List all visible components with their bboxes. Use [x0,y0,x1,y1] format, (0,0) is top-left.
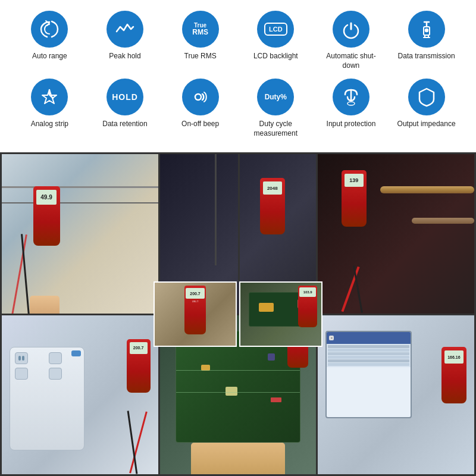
photos-grid: 49.9 2048 [0,152,476,476]
peak-hold-icon [107,11,143,48]
photo-4: 200.7 [2,315,158,474]
feature-auto-range: Auto range [17,11,82,61]
feature-lcd-backlight: LCD LCD backlight [243,11,308,61]
output-impedance-label: Output impedance [397,120,456,129]
lcd-backlight-label: LCD backlight [253,52,298,61]
overlay-photo-left: 200.7 UNI-T [154,281,237,347]
output-impedance-icon [408,79,445,115]
svg-point-4 [347,102,355,105]
feature-data-retention: HOLD Data retention [92,79,158,129]
duty-cycle-icon: Duty% [257,79,294,115]
photo-6: × 166.16 [318,315,474,474]
feature-data-transmission: Data transmission [394,11,459,61]
features-row-2: Analog strip HOLD Data retention On-off … [12,79,464,138]
feature-on-off-beep: On-off beep [168,79,233,129]
data-transmission-icon [408,11,445,48]
main-container: Auto range Peak hold True RMS True RM [0,0,476,476]
analog-strip-icon [31,79,68,115]
overlay-photo-right: 103.9 [239,281,322,347]
analog-strip-label: Analog strip [31,120,68,129]
feature-true-rms: True RMS True RMS [168,11,233,61]
feature-auto-shutdown: Automatic shut-down [318,11,384,70]
auto-range-label: Auto range [32,52,67,61]
feature-input-protection: Input protection [318,79,384,129]
auto-shutdown-label: Automatic shut-down [318,52,384,70]
photo-1: 49.9 [2,154,158,313]
input-protection-icon [333,79,369,115]
feature-analog-strip: Analog strip [17,79,82,129]
auto-shutdown-icon [333,11,369,48]
true-rms-icon: True RMS [182,11,219,48]
svg-point-3 [195,94,201,100]
overlay-photos: 200.7 UNI-T 103.9 [154,281,322,347]
data-retention-icon: HOLD [107,79,143,115]
on-off-beep-icon [182,79,219,115]
duty-cycle-label: Duty cycle measurement [243,120,308,138]
features-row-1: Auto range Peak hold True RMS True RM [12,11,464,70]
svg-point-1 [425,29,428,32]
features-section: Auto range Peak hold True RMS True RM [0,0,476,152]
input-protection-label: Input protection [327,120,376,129]
true-rms-label: True RMS [184,52,217,61]
lcd-backlight-icon: LCD [257,11,294,48]
auto-range-icon [31,11,68,48]
data-transmission-label: Data transmission [398,52,455,61]
feature-peak-hold: Peak hold [92,11,158,61]
photo-3: 139 [318,154,474,313]
feature-output-impedance: Output impedance [394,79,459,129]
on-off-beep-label: On-off beep [181,120,219,129]
data-retention-label: Data retention [102,120,147,129]
feature-duty-cycle: Duty% Duty cycle measurement [243,79,308,138]
peak-hold-label: Peak hold [109,52,140,61]
